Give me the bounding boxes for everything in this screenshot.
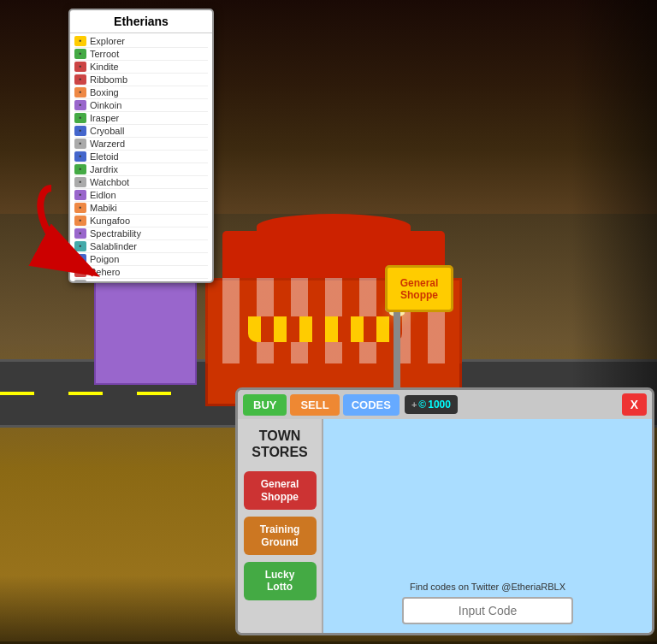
list-item: ▪Eletoid xyxy=(74,151,208,163)
eth-name: Cryoball xyxy=(90,126,124,136)
list-item: ▪Ribbomb xyxy=(74,74,208,86)
eth-icon: ▪ xyxy=(74,36,86,46)
main-content: TOWNSTORES GeneralShoppe TrainingGround … xyxy=(238,419,652,633)
plus-icon: + xyxy=(411,399,417,410)
eth-name: Eletoid xyxy=(90,151,119,162)
codes-panel: Find codes on Twitter @EtheriaRBLX xyxy=(323,419,652,633)
eth-icon: ▪ xyxy=(74,62,86,72)
game-ui-panel: BUY SELL CODES + © 1000 X TOWNSTORES Gen… xyxy=(235,387,654,635)
eth-name: Boxing xyxy=(90,87,119,97)
town-stores-title: TOWNSTORES xyxy=(252,428,308,460)
arrow-1 xyxy=(26,171,163,291)
eth-name: Oinkoin xyxy=(90,100,121,110)
list-item: ▪Boxing xyxy=(74,86,208,99)
general-shoppe-button[interactable]: GeneralShoppe xyxy=(244,471,317,510)
etherians-title: Etherians xyxy=(70,10,212,33)
list-item: ▪Oinkoin xyxy=(74,99,208,112)
lucky-lotto-button[interactable]: LuckyLotto xyxy=(244,562,317,600)
eth-name: Terroot xyxy=(90,49,119,59)
list-item: ▪Warzerd xyxy=(74,138,208,151)
currency-display: + © 1000 xyxy=(405,395,458,414)
list-item: ▪Irasper xyxy=(74,112,208,125)
eth-name: Ribbomb xyxy=(90,74,127,85)
eth-icon: ▪ xyxy=(74,113,86,123)
currency-icon: © xyxy=(418,399,426,411)
town-stores-sidebar: TOWNSTORES GeneralShoppe TrainingGround … xyxy=(238,419,323,633)
buy-button[interactable]: BUY xyxy=(243,394,287,416)
shop-sign: GeneralShoppe xyxy=(385,265,453,312)
eth-icon: ▪ xyxy=(74,74,86,85)
eth-icon: ▪ xyxy=(74,49,86,59)
currency-value: 1000 xyxy=(428,399,451,411)
find-codes-text: Find codes on Twitter @EtheriaRBLX xyxy=(410,582,565,592)
input-code-field[interactable] xyxy=(402,597,573,624)
lamp-post xyxy=(394,308,400,393)
sell-button[interactable]: SELL xyxy=(290,394,339,416)
close-button[interactable]: X xyxy=(622,393,647,416)
eth-icon: ▪ xyxy=(74,87,86,97)
list-item: ▪Cryoball xyxy=(74,125,208,138)
store-awning xyxy=(248,316,402,342)
eth-name: Kindite xyxy=(90,62,119,72)
eth-icon: ▪ xyxy=(74,139,86,149)
list-item: ▪Terroot xyxy=(74,48,208,61)
eth-name: Explorer xyxy=(90,36,125,46)
eth-name: Irasper xyxy=(90,113,119,123)
eth-icon: ▪ xyxy=(74,151,86,162)
eth-icon: ▪ xyxy=(74,126,86,136)
toolbar: BUY SELL CODES + © 1000 X xyxy=(238,390,652,419)
eth-icon: ▪ xyxy=(74,100,86,110)
list-item: ▪Kindite xyxy=(74,61,208,74)
codes-button[interactable]: CODES xyxy=(343,394,400,416)
list-item: ▪Explorer xyxy=(74,35,208,48)
training-ground-button[interactable]: TrainingGround xyxy=(244,517,317,555)
eth-name: Warzerd xyxy=(90,139,125,149)
